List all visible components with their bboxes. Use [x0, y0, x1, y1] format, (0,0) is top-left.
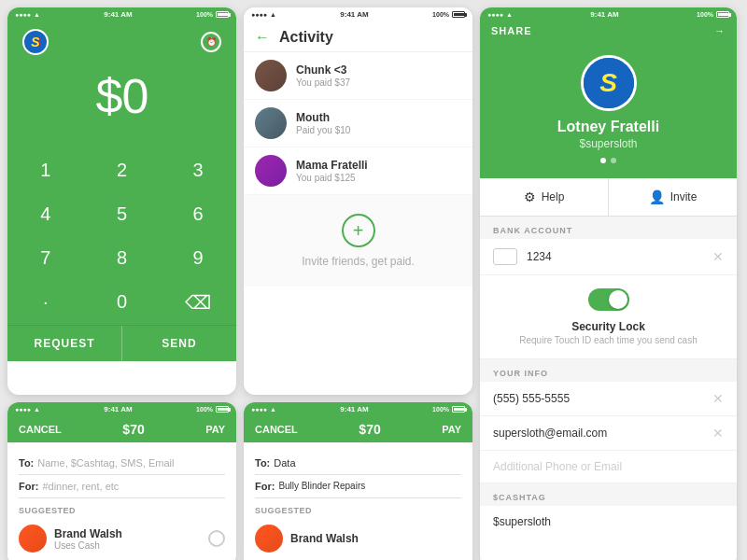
- time-send: 9:41 AM: [104, 405, 132, 413]
- cancel-button[interactable]: CANCEL: [19, 424, 62, 435]
- email-row: supersloth@email.com ✕: [480, 416, 737, 451]
- key-dot[interactable]: ·: [7, 280, 84, 325]
- activity-item-mouth[interactable]: Mouth Paid you $10: [244, 100, 472, 147]
- toggle-knob: [609, 290, 627, 309]
- key-8[interactable]: 8: [84, 236, 161, 280]
- activity-item-chunk[interactable]: Chunk <3 You paid $37: [244, 52, 472, 100]
- battery-blur: 100%: [432, 406, 449, 413]
- key-1[interactable]: 1: [7, 148, 84, 192]
- send-amount: $70: [122, 422, 144, 437]
- profile-green-area: Lotney Fratelli $supersloth: [480, 40, 737, 178]
- for-label-blur: For:: [255, 481, 275, 492]
- battery-icon: [216, 11, 229, 18]
- key-backspace[interactable]: ⌫: [160, 280, 236, 325]
- dot-indicators: [495, 158, 722, 163]
- signal-icon: ●●●●: [15, 11, 31, 18]
- phone-activity: ●●●● ▲ 9:41 AM 100% ← Activity Chunk <3 …: [244, 7, 472, 395]
- key-9[interactable]: 9: [160, 236, 236, 280]
- phone-profile: ●●●● ▲ 9:41 AM 100% SHARE → Lotney Frate…: [480, 7, 737, 560]
- invite-section: + Invite friends, get paid.: [244, 195, 472, 287]
- send-header: CANCEL $70 PAY: [7, 416, 236, 442]
- radio-circle[interactable]: [208, 530, 225, 547]
- key-3[interactable]: 3: [160, 148, 236, 192]
- chunk-info: Chunk <3 You paid $37: [296, 63, 350, 88]
- to-field[interactable]: To: Name, $Cashtag, SMS, Email: [19, 452, 225, 475]
- to-value-blur: Data: [274, 457, 295, 469]
- to-label-blur: To:: [255, 457, 270, 469]
- profile-share-bar: SHARE →: [480, 21, 737, 40]
- wifi-icon-4: ▲: [270, 406, 276, 413]
- phone-main-keypad: ●●●● ▲ 9:41 AM 100% S ⏰ $0 1 2 3 4: [7, 7, 236, 395]
- battery-icon-5: [716, 11, 729, 18]
- security-toggle[interactable]: [588, 288, 629, 311]
- key-2[interactable]: 2: [84, 148, 161, 192]
- remove-phone-button[interactable]: ✕: [712, 391, 724, 406]
- mama-detail: You paid $125: [296, 173, 368, 183]
- profile-tag: $supersloth: [495, 137, 722, 150]
- request-button[interactable]: REQUEST: [7, 326, 122, 361]
- for-value-blur: Bully Blinder Repairs: [278, 481, 365, 492]
- profile-avatar: [581, 55, 637, 111]
- phone-send-blur: ●●●● ▲ 9:41 AM 100% CANCEL $70 PAY To: D…: [244, 402, 472, 560]
- send-button[interactable]: SEND: [122, 326, 236, 361]
- amount-display: $0: [22, 59, 221, 137]
- contact-info: Brand Walsh Uses Cash: [54, 527, 208, 551]
- additional-row[interactable]: Additional Phone or Email: [480, 451, 737, 483]
- send-body: To: Name, $Cashtag, SMS, Email For: #din…: [7, 442, 236, 560]
- mama-name: Mama Fratelli: [296, 159, 368, 172]
- dot-2: [611, 158, 616, 163]
- action-row: REQUEST SEND: [7, 325, 236, 361]
- chunk-name: Chunk <3: [296, 63, 350, 77]
- status-bar-activity: ●●●● ▲ 9:41 AM 100%: [244, 7, 472, 21]
- contact-row[interactable]: Brand Walsh Uses Cash: [19, 521, 225, 556]
- profile-actions: ⚙ Help 👤 Invite: [480, 178, 737, 217]
- activity-item-mama[interactable]: Mama Fratelli You paid $125: [244, 147, 472, 195]
- invite-label: Invite: [670, 190, 698, 203]
- mouth-info: Mouth Paid you $10: [296, 111, 350, 135]
- status-bar-main: ●●●● ▲ 9:41 AM 100%: [7, 7, 236, 21]
- contact-name: Brand Walsh: [54, 527, 208, 540]
- invite-button[interactable]: 👤 Invite: [609, 178, 737, 216]
- to-label: To:: [19, 457, 34, 469]
- for-field-blur: For: Bully Blinder Repairs: [255, 475, 461, 498]
- user-avatar[interactable]: S: [22, 29, 49, 55]
- contact-info-blur: Brand Walsh: [290, 532, 461, 545]
- suggested-blur: SUGGESTED Brand Walsh: [255, 506, 461, 556]
- phone-row: (555) 555-5555 ✕: [480, 382, 737, 416]
- chunk-detail: You paid $37: [296, 77, 350, 88]
- help-button[interactable]: ⚙ Help: [480, 178, 609, 216]
- key-7[interactable]: 7: [7, 236, 84, 280]
- mouth-detail: Paid you $10: [296, 125, 350, 135]
- clock-icon[interactable]: ⏰: [201, 32, 221, 52]
- battery-icon-4: [452, 406, 465, 413]
- pay-button-blur[interactable]: PAY: [442, 424, 461, 435]
- key-4[interactable]: 4: [7, 192, 84, 236]
- key-5[interactable]: 5: [84, 192, 161, 236]
- back-button[interactable]: ←: [255, 29, 270, 46]
- to-placeholder: Name, $Cashtag, SMS, Email: [37, 457, 174, 469]
- time-profile: 9:41 AM: [590, 10, 618, 19]
- time-activity: 9:41 AM: [340, 10, 368, 19]
- contact-avatar-blur: [255, 525, 283, 553]
- remove-bank-button[interactable]: ✕: [712, 249, 724, 264]
- wifi-icon-2: ▲: [34, 406, 40, 413]
- email-value: supersloth@email.com: [493, 427, 712, 440]
- amount-blur: $70: [359, 422, 380, 437]
- key-0[interactable]: 0: [84, 280, 161, 325]
- cashtag-label: $CASHTAG: [480, 483, 737, 506]
- battery-activity: 100%: [432, 11, 449, 18]
- pay-button[interactable]: PAY: [205, 424, 225, 435]
- phone-send-form: ●●●● ▲ 9:41 AM 100% CANCEL $70 PAY To: N…: [7, 402, 236, 560]
- add-friends-button[interactable]: +: [342, 214, 375, 247]
- for-field[interactable]: For: #dinner, rent, etc: [19, 475, 225, 498]
- keypad: 1 2 3 4 5 6 7 8 9 · 0 ⌫: [7, 148, 236, 325]
- key-6[interactable]: 6: [160, 192, 236, 236]
- invite-text: Invite friends, get paid.: [302, 255, 415, 268]
- forward-arrow[interactable]: →: [714, 25, 726, 36]
- remove-email-button[interactable]: ✕: [712, 426, 724, 441]
- profile-name: Lotney Fratelli: [495, 119, 722, 135]
- cancel-button-blur[interactable]: CANCEL: [255, 424, 298, 435]
- signal-icon-4: ●●●●: [251, 406, 267, 413]
- toggle-section: Security Lock Require Touch ID each time…: [480, 275, 737, 359]
- signal-icon-2: ●●●●: [15, 406, 31, 413]
